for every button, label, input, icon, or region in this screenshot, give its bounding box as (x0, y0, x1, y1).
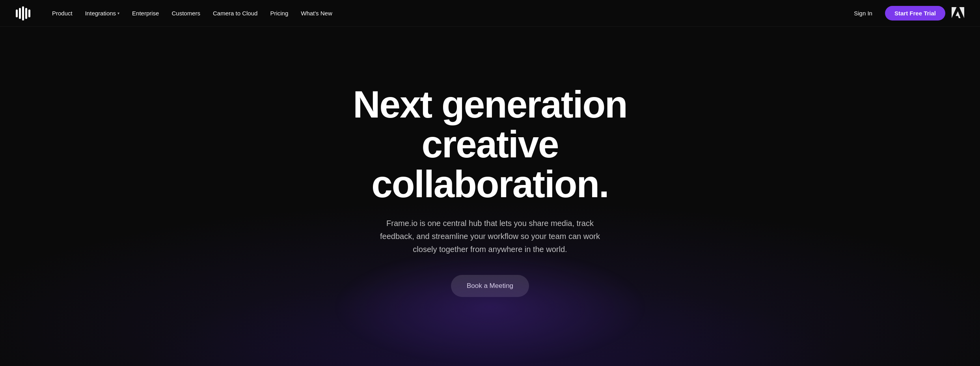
svg-rect-3 (25, 8, 27, 19)
start-free-trial-button[interactable]: Start Free Trial (885, 6, 945, 21)
nav-link-whats-new[interactable]: What's New (296, 7, 337, 20)
nav-left: Product Integrations ▾ Enterprise Custom… (16, 6, 337, 21)
nav-links: Product Integrations ▾ Enterprise Custom… (47, 7, 337, 20)
adobe-logo[interactable] (952, 7, 964, 20)
nav-link-pricing[interactable]: Pricing (265, 7, 293, 20)
svg-rect-2 (22, 6, 24, 21)
book-meeting-button[interactable]: Book a Meeting (451, 275, 529, 297)
svg-rect-1 (19, 8, 21, 19)
sign-in-button[interactable]: Sign In (848, 7, 879, 20)
navbar: Product Integrations ▾ Enterprise Custom… (0, 0, 980, 27)
nav-link-camera-to-cloud[interactable]: Camera to Cloud (208, 7, 262, 20)
nav-right: Sign In Start Free Trial (848, 6, 964, 21)
nav-link-product[interactable]: Product (47, 7, 77, 20)
chevron-down-icon: ▾ (117, 11, 119, 15)
logo[interactable] (16, 6, 33, 21)
nav-link-integrations[interactable]: Integrations ▾ (80, 7, 124, 20)
logo-icon (16, 6, 33, 21)
hero-title: Next generation creative collaboration. (313, 85, 667, 204)
hero-section: Next generation creative collaboration. … (0, 0, 980, 366)
nav-link-enterprise[interactable]: Enterprise (127, 7, 164, 20)
svg-rect-0 (16, 9, 18, 17)
adobe-logo-icon (952, 7, 964, 18)
hero-subtitle: Frame.io is one central hub that lets yo… (376, 217, 604, 256)
svg-rect-4 (28, 9, 30, 17)
nav-link-customers[interactable]: Customers (167, 7, 205, 20)
